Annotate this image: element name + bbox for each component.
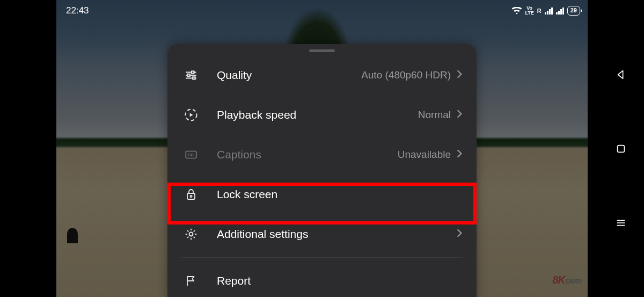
battery-icon: 29 bbox=[567, 6, 580, 15]
menu-label: Additional settings bbox=[217, 228, 308, 241]
menu-item-lock-screen[interactable]: Lock screen bbox=[167, 175, 477, 214]
system-nav-bar bbox=[608, 0, 634, 297]
status-time: 22:43 bbox=[62, 5, 89, 16]
signal-bars-1-icon bbox=[545, 7, 553, 15]
watermark-main: 8K bbox=[552, 274, 565, 286]
svg-point-20 bbox=[190, 195, 192, 197]
sliders-icon bbox=[181, 66, 201, 85]
menu-label: Lock screen bbox=[217, 188, 277, 201]
menu-label: Playback speed bbox=[217, 108, 296, 121]
drag-handle[interactable] bbox=[309, 49, 335, 52]
svg-rect-0 bbox=[618, 145, 625, 152]
menu-item-quality[interactable]: Quality Auto (480p60 HDR) bbox=[167, 55, 477, 95]
chevron-right-icon bbox=[456, 149, 463, 161]
volte-icon: Vo LTE bbox=[525, 6, 533, 16]
chevron-right-icon bbox=[456, 228, 463, 240]
svg-rect-19 bbox=[187, 193, 195, 199]
signal-bars-2-icon bbox=[556, 7, 564, 15]
status-bar: 22:43 Vo LTE R 29 bbox=[62, 4, 582, 17]
svg-text:CC: CC bbox=[188, 153, 194, 157]
menu-value: Normal bbox=[418, 109, 451, 121]
nav-recent-button[interactable] bbox=[613, 141, 628, 156]
flag-icon bbox=[181, 271, 201, 291]
gear-icon bbox=[181, 224, 201, 244]
menu-item-playback-speed[interactable]: Playback speed Normal bbox=[167, 95, 477, 135]
letterbox-left bbox=[0, 0, 56, 297]
nav-back-button[interactable] bbox=[613, 67, 628, 82]
menu-value: Auto (480p60 HDR) bbox=[361, 69, 451, 81]
video-watermark: 8KEARTH bbox=[552, 274, 581, 286]
status-right: Vo LTE R 29 bbox=[512, 6, 582, 16]
wifi-icon bbox=[512, 7, 522, 15]
menu-label: Report bbox=[217, 274, 251, 287]
menu-label: Captions bbox=[217, 148, 261, 161]
lock-icon bbox=[181, 185, 201, 204]
chevron-right-icon bbox=[456, 69, 463, 81]
player-settings-sheet: Quality Auto (480p60 HDR) Playback speed… bbox=[167, 44, 477, 297]
menu-item-additional-settings[interactable]: Additional settings bbox=[167, 214, 477, 254]
chevron-right-icon bbox=[456, 109, 463, 121]
watermark-sub: EARTH bbox=[566, 279, 581, 285]
svg-point-21 bbox=[189, 233, 193, 236]
captions-icon: CC bbox=[181, 145, 201, 164]
roaming-label: R bbox=[537, 8, 541, 14]
play-circle-dashed-icon bbox=[181, 105, 201, 125]
menu-item-captions[interactable]: CC Captions Unavailable bbox=[167, 135, 477, 175]
menu-label: Quality bbox=[217, 69, 252, 82]
menu-value: Unavailable bbox=[398, 149, 451, 161]
menu-item-report[interactable]: Report bbox=[167, 261, 477, 297]
nav-menu-button[interactable] bbox=[613, 215, 628, 230]
menu-divider bbox=[181, 257, 463, 258]
